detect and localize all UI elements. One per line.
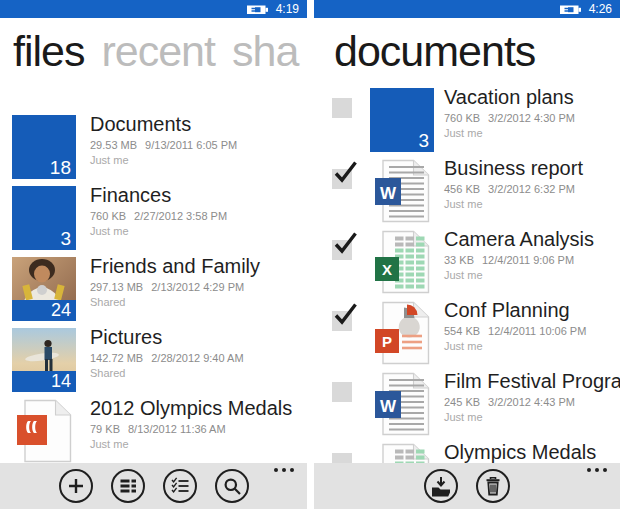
item-title: Documents bbox=[90, 113, 237, 136]
item-count: 3 bbox=[418, 131, 429, 150]
item-date: 3/2/2012 4:30 PM bbox=[488, 112, 575, 124]
item-text: Conf Planning554 KB12/4/2011 10:06 PMJus… bbox=[444, 301, 586, 352]
svg-text:W: W bbox=[380, 184, 397, 203]
list-item[interactable]: 2012 Olympics Medals79 KB8/13/2012 11:36… bbox=[12, 399, 307, 463]
item-size: 142.72 MB bbox=[90, 352, 143, 364]
appbar-download-button[interactable] bbox=[424, 469, 458, 503]
item-checkbox[interactable] bbox=[332, 98, 352, 118]
more-button[interactable] bbox=[274, 468, 294, 472]
item-sharing: Shared bbox=[90, 296, 260, 308]
status-bar: 4:19 bbox=[0, 0, 307, 18]
item-meta: 554 KB12/4/2011 10:06 PM bbox=[444, 325, 586, 337]
photo-tile[interactable]: 24 bbox=[12, 257, 76, 321]
doc-word-icon[interactable]: W bbox=[370, 159, 434, 223]
page-title: documents bbox=[334, 24, 620, 78]
search-icon bbox=[222, 476, 242, 496]
item-size: 760 KB bbox=[444, 112, 480, 124]
appbar-add-button[interactable] bbox=[59, 469, 93, 503]
item-title: 2012 Olympics Medals bbox=[90, 397, 292, 420]
pivot-header: files recent sha bbox=[13, 24, 307, 78]
item-text: Vacation plans760 KB3/2/2012 4:30 PMJust… bbox=[444, 88, 575, 139]
item-size: 760 KB bbox=[90, 210, 126, 222]
item-sharing: Just me bbox=[444, 340, 586, 352]
tab-shared[interactable]: sha bbox=[232, 24, 298, 78]
app-bar bbox=[0, 463, 307, 509]
item-count: 3 bbox=[60, 229, 71, 248]
item-checkbox[interactable] bbox=[332, 382, 352, 402]
item-count: 24 bbox=[12, 300, 76, 321]
item-meta: 456 KB3/2/2012 6:32 PM bbox=[444, 183, 583, 195]
item-size: 297.13 MB bbox=[90, 281, 143, 293]
tab-files[interactable]: files bbox=[13, 24, 84, 78]
item-text: 2012 Olympics Medals79 KB8/13/2012 11:36… bbox=[90, 399, 292, 450]
doc-ppt-icon[interactable]: P bbox=[370, 301, 434, 365]
item-meta: 245 KB3/2/2012 4:43 PM bbox=[444, 396, 620, 408]
list-item[interactable]: 24Friends and Family297.13 MB2/13/2012 4… bbox=[12, 257, 307, 321]
plus-icon bbox=[66, 476, 86, 496]
item-sharing: Just me bbox=[90, 225, 227, 237]
clock-time: 4:19 bbox=[276, 0, 299, 18]
item-title: Film Festival Program bbox=[444, 370, 620, 393]
item-meta: 760 KB2/27/2012 3:58 PM bbox=[90, 210, 227, 222]
item-text: Friends and Family297.13 MB2/13/2012 4:2… bbox=[90, 257, 260, 308]
photo-tile[interactable]: 14 bbox=[12, 328, 76, 392]
item-text: Olympics Medals bbox=[444, 443, 596, 464]
item-sharing: Just me bbox=[90, 438, 292, 450]
doc-excel-icon[interactable]: X bbox=[370, 230, 434, 294]
trash-icon bbox=[482, 475, 504, 497]
doc-word-icon[interactable]: W bbox=[370, 372, 434, 436]
list-item[interactable]: WBusiness report456 KB3/2/2012 6:32 PMJu… bbox=[332, 159, 620, 223]
clock-time: 4:26 bbox=[589, 0, 612, 18]
item-meta: 79 KB8/13/2012 11:36 AM bbox=[90, 423, 292, 435]
folder-tile[interactable]: 18 bbox=[12, 115, 76, 179]
item-size: 33 KB bbox=[444, 254, 474, 266]
item-date: 9/13/2011 6:05 PM bbox=[145, 139, 237, 151]
item-size: 79 KB bbox=[90, 423, 120, 435]
status-bar: 4:26 bbox=[314, 0, 620, 18]
svg-text:X: X bbox=[382, 261, 392, 278]
item-text: Camera Analysis33 KB12/4/2011 9:06 PMJus… bbox=[444, 230, 594, 281]
appbar-select-button[interactable] bbox=[163, 469, 197, 503]
svg-text:W: W bbox=[380, 397, 397, 416]
svg-text:P: P bbox=[382, 333, 392, 350]
item-size: 456 KB bbox=[444, 183, 480, 195]
download-icon bbox=[430, 475, 452, 497]
item-text: Documents29.53 MB9/13/2011 6:05 PMJust m… bbox=[90, 115, 237, 166]
item-checkbox[interactable] bbox=[332, 311, 352, 331]
phone-screen-documents: 4:26 documents 3Vacation plans760 KB3/2/… bbox=[314, 0, 620, 509]
list-item[interactable]: XCamera Analysis33 KB12/4/2011 9:06 PMJu… bbox=[332, 230, 620, 294]
folder-tile[interactable]: 3 bbox=[12, 186, 76, 250]
list-item[interactable]: PConf Planning554 KB12/4/2011 10:06 PMJu… bbox=[332, 301, 620, 365]
appbar-delete-button[interactable] bbox=[476, 469, 510, 503]
doc-onenote-icon[interactable] bbox=[12, 399, 76, 463]
list-item[interactable]: 3Vacation plans760 KB3/2/2012 4:30 PMJus… bbox=[332, 88, 620, 152]
tab-recent[interactable]: recent bbox=[101, 24, 215, 78]
item-date: 2/13/2012 4:29 PM bbox=[151, 281, 244, 293]
item-count: 14 bbox=[12, 371, 76, 392]
battery-charging-icon bbox=[559, 3, 582, 16]
appbar-thumbnails-button[interactable] bbox=[111, 469, 145, 503]
item-sharing: Just me bbox=[444, 269, 594, 281]
item-date: 2/27/2012 3:58 PM bbox=[134, 210, 227, 222]
item-meta: 29.53 MB9/13/2011 6:05 PM bbox=[90, 139, 237, 151]
item-size: 245 KB bbox=[444, 396, 480, 408]
item-title: Camera Analysis bbox=[444, 228, 594, 251]
documents-list: 3Vacation plans760 KB3/2/2012 4:30 PMJus… bbox=[332, 88, 620, 509]
item-checkbox[interactable] bbox=[332, 169, 352, 189]
item-meta: 297.13 MB2/13/2012 4:29 PM bbox=[90, 281, 260, 293]
appbar-search-button[interactable] bbox=[215, 469, 249, 503]
more-button[interactable] bbox=[587, 468, 607, 472]
item-title: Friends and Family bbox=[90, 255, 260, 278]
list-item[interactable]: 18Documents29.53 MB9/13/2011 6:05 PMJust… bbox=[12, 115, 307, 179]
item-text: Film Festival Program245 KB3/2/2012 4:43… bbox=[444, 372, 620, 423]
item-checkbox[interactable] bbox=[332, 240, 352, 260]
item-title: Conf Planning bbox=[444, 299, 586, 322]
item-sharing: Just me bbox=[444, 411, 620, 423]
list-item[interactable]: 14Pictures142.72 MB2/28/2012 9:40 AMShar… bbox=[12, 328, 307, 392]
list-item[interactable]: 3Finances760 KB2/27/2012 3:58 PMJust me bbox=[12, 186, 307, 250]
folder-tile[interactable]: 3 bbox=[370, 88, 434, 152]
list-item[interactable]: WFilm Festival Program245 KB3/2/2012 4:4… bbox=[332, 372, 620, 436]
grid-icon bbox=[118, 476, 138, 496]
files-list: 18Documents29.53 MB9/13/2011 6:05 PMJust… bbox=[12, 115, 307, 470]
app-bar bbox=[314, 463, 620, 509]
